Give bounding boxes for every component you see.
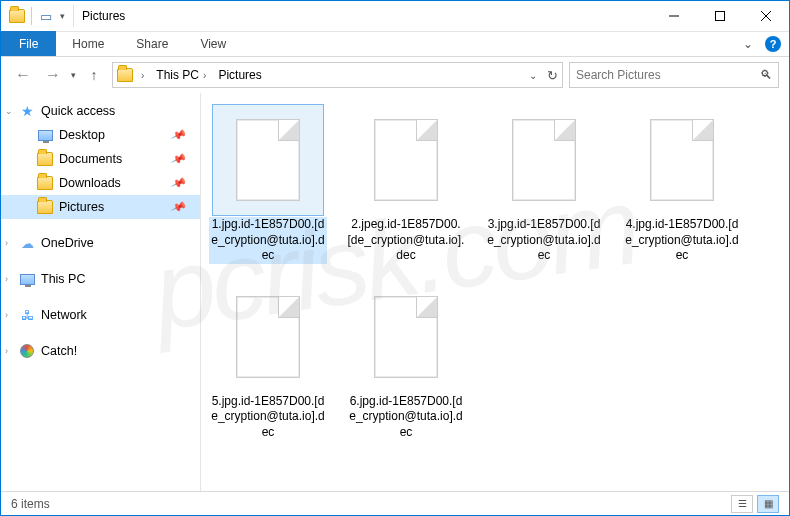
close-button[interactable] <box>743 1 789 32</box>
refresh-icon[interactable]: ↻ <box>547 68 558 83</box>
folder-icon <box>117 67 133 83</box>
pin-icon: 📌 <box>170 198 188 215</box>
generic-file-icon <box>650 119 714 201</box>
navigation-row: ← → ▾ ↑ › This PC› Pictures ⌄ ↻ Search P… <box>1 57 789 93</box>
chevron-right-icon[interactable]: › <box>203 70 206 81</box>
divider <box>73 5 74 27</box>
chevron-right-icon[interactable]: › <box>141 70 144 81</box>
file-item[interactable]: 5.jpg.id-1E857D00.[de_cryption@tuta.io].… <box>209 282 327 441</box>
tab-home[interactable]: Home <box>56 31 120 56</box>
breadcrumb-label[interactable]: Pictures <box>218 68 261 82</box>
folder-icon <box>37 151 53 167</box>
search-placeholder: Search Pictures <box>576 68 661 82</box>
sidebar-item-label: Downloads <box>59 176 121 190</box>
address-dropdown-icon[interactable]: ⌄ <box>529 70 537 81</box>
file-item[interactable]: 1.jpg.id-1E857D00.[de_cryption@tuta.io].… <box>209 105 327 264</box>
folder-icon <box>37 175 53 191</box>
desktop-icon <box>37 127 53 143</box>
search-icon[interactable]: 🔍︎ <box>760 68 772 82</box>
collapse-ribbon-icon[interactable]: ⌄ <box>743 37 753 51</box>
pin-icon: 📌 <box>170 174 188 191</box>
svg-rect-1 <box>716 12 725 21</box>
generic-file-icon <box>236 296 300 378</box>
file-thumbnail <box>489 105 599 215</box>
file-item[interactable]: 4.jpg.id-1E857D00.[de_cryption@tuta.io].… <box>623 105 741 264</box>
sidebar-item-label: OneDrive <box>41 236 94 250</box>
sidebar-item-downloads[interactable]: Downloads 📌 <box>1 171 200 195</box>
details-view-button[interactable]: ☰ <box>731 495 753 513</box>
tab-share[interactable]: Share <box>120 31 184 56</box>
breadcrumb: This PC› <box>152 66 210 84</box>
pin-icon: 📌 <box>170 126 188 143</box>
file-thumbnail <box>351 282 461 392</box>
expand-icon[interactable]: › <box>5 346 8 356</box>
qat-dropdown-icon[interactable]: ▾ <box>60 11 65 21</box>
breadcrumb-label[interactable]: This PC <box>156 68 199 82</box>
sidebar-item-quick-access[interactable]: ⌄ ★ Quick access <box>1 99 200 123</box>
file-item[interactable]: 3.jpg.id-1E857D00.[de_cryption@tuta.io].… <box>485 105 603 264</box>
generic-file-icon <box>236 119 300 201</box>
generic-file-icon <box>374 119 438 201</box>
forward-button: → <box>41 63 65 87</box>
properties-icon[interactable]: ▭ <box>38 8 54 24</box>
file-item[interactable]: 2.jpeg.id-1E857D00.[de_cryption@tuta.io]… <box>347 105 465 264</box>
help-icon[interactable]: ? <box>765 36 781 52</box>
pin-icon: 📌 <box>170 150 188 167</box>
ribbon: File Home Share View ⌄ ? <box>1 32 789 57</box>
file-thumbnail <box>213 105 323 215</box>
address-bar[interactable]: › This PC› Pictures ⌄ ↻ <box>112 62 563 88</box>
expand-icon[interactable]: › <box>5 274 8 284</box>
breadcrumb: Pictures <box>214 66 265 84</box>
cloud-icon: ☁ <box>19 235 35 251</box>
sidebar-item-label: Documents <box>59 152 122 166</box>
recent-locations-icon[interactable]: ▾ <box>71 70 76 80</box>
sidebar-item-onedrive[interactable]: › ☁ OneDrive <box>1 231 200 255</box>
file-name: 1.jpg.id-1E857D00.[de_cryption@tuta.io].… <box>209 217 327 264</box>
sidebar-item-desktop[interactable]: Desktop 📌 <box>1 123 200 147</box>
sidebar-item-label: Catch! <box>41 344 77 358</box>
file-thumbnail <box>351 105 461 215</box>
file-thumbnail <box>213 282 323 392</box>
generic-file-icon <box>374 296 438 378</box>
file-name: 2.jpeg.id-1E857D00.[de_cryption@tuta.io]… <box>347 217 465 264</box>
file-name: 6.jpg.id-1E857D00.[de_cryption@tuta.io].… <box>347 394 465 441</box>
sidebar-item-label: Network <box>41 308 87 322</box>
icons-view-button[interactable]: ▦ <box>757 495 779 513</box>
tab-view[interactable]: View <box>184 31 242 56</box>
minimize-button[interactable] <box>651 1 697 32</box>
divider <box>31 7 32 25</box>
file-item[interactable]: 6.jpg.id-1E857D00.[de_cryption@tuta.io].… <box>347 282 465 441</box>
window-title: Pictures <box>82 9 125 23</box>
sidebar-item-documents[interactable]: Documents 📌 <box>1 147 200 171</box>
item-count: 6 items <box>11 497 50 511</box>
sidebar-item-pictures[interactable]: Pictures 📌 <box>1 195 200 219</box>
folder-icon <box>9 8 25 24</box>
generic-file-icon <box>512 119 576 201</box>
up-button[interactable]: ↑ <box>82 63 106 87</box>
sidebar-item-catch[interactable]: › Catch! <box>1 339 200 363</box>
sidebar-item-label: Quick access <box>41 104 115 118</box>
folder-icon <box>37 199 53 215</box>
back-button[interactable]: ← <box>11 63 35 87</box>
sidebar-item-network[interactable]: › 🖧 Network <box>1 303 200 327</box>
star-icon: ★ <box>19 103 35 119</box>
network-icon: 🖧 <box>19 307 35 323</box>
sidebar-item-label: Desktop <box>59 128 105 142</box>
navigation-pane: ⌄ ★ Quick access Desktop 📌 Documents 📌 D… <box>1 93 201 491</box>
sidebar-item-label: Pictures <box>59 200 104 214</box>
file-tab[interactable]: File <box>1 31 56 56</box>
status-bar: 6 items ☰ ▦ <box>1 491 789 515</box>
maximize-button[interactable] <box>697 1 743 32</box>
file-name: 4.jpg.id-1E857D00.[de_cryption@tuta.io].… <box>623 217 741 264</box>
title-bar: ▭ ▾ Pictures <box>1 1 789 32</box>
expand-icon[interactable]: ⌄ <box>5 106 13 116</box>
sidebar-item-this-pc[interactable]: › This PC <box>1 267 200 291</box>
file-name: 5.jpg.id-1E857D00.[de_cryption@tuta.io].… <box>209 394 327 441</box>
monitor-icon <box>19 271 35 287</box>
search-input[interactable]: Search Pictures 🔍︎ <box>569 62 779 88</box>
sidebar-item-label: This PC <box>41 272 85 286</box>
expand-icon[interactable]: › <box>5 310 8 320</box>
file-thumbnail <box>627 105 737 215</box>
expand-icon[interactable]: › <box>5 238 8 248</box>
file-list[interactable]: 1.jpg.id-1E857D00.[de_cryption@tuta.io].… <box>201 93 789 491</box>
